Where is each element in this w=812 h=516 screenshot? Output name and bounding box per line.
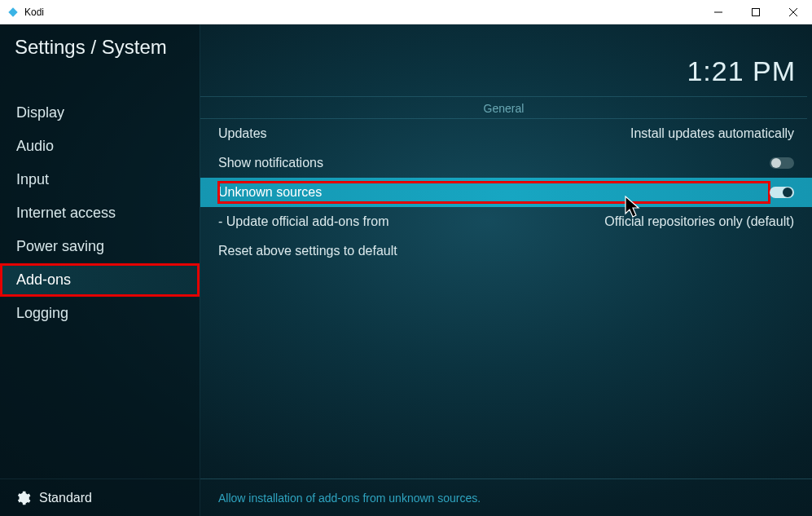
sidebar-item-internet-access[interactable]: Internet access [0, 196, 200, 230]
close-button[interactable] [775, 0, 812, 24]
breadcrumb: Settings / System [0, 24, 200, 70]
app-body: Settings / System DisplayAudioInputInter… [0, 24, 812, 516]
setting-row-updates[interactable]: UpdatesInstall updates automatically [200, 119, 812, 148]
sidebar-item-label: Internet access [16, 205, 116, 221]
setting-value: Install updates automatically [630, 126, 794, 141]
svg-rect-2 [753, 8, 760, 15]
setting-label: Unknown sources [218, 185, 322, 199]
setting-label: Updates [218, 126, 267, 140]
sidebar-item-input[interactable]: Input [0, 163, 200, 196]
sidebar-item-label: Power saving [16, 238, 104, 254]
settings-list: UpdatesInstall updates automaticallyShow… [200, 119, 812, 266]
sidebar-item-power-saving[interactable]: Power saving [0, 230, 200, 263]
setting-label: - Update official add-ons from [218, 214, 389, 228]
gear-icon [15, 490, 31, 506]
sidebar-list: DisplayAudioInputInternet accessPower sa… [0, 96, 200, 330]
kodi-icon [7, 6, 20, 19]
sidebar-item-add-ons[interactable]: Add-ons [0, 263, 200, 297]
setting-row-show-notifications[interactable]: Show notifications [200, 148, 812, 178]
sidebar-item-display[interactable]: Display [0, 96, 200, 130]
window-title: Kodi [24, 7, 700, 18]
maximize-button[interactable] [737, 0, 775, 24]
toggle-switch[interactable] [770, 157, 794, 169]
sidebar-item-label: Display [16, 104, 64, 121]
svg-rect-0 [8, 7, 17, 16]
window-controls [700, 0, 812, 24]
setting-row-unknown-sources[interactable]: Unknown sources [200, 178, 812, 207]
sidebar: Settings / System DisplayAudioInputInter… [0, 24, 200, 516]
setting-row-reset-above-settings-to-default[interactable]: Reset above settings to default [200, 236, 812, 266]
window-titlebar: Kodi [0, 0, 812, 24]
setting-label: Show notifications [218, 156, 323, 170]
sidebar-item-audio[interactable]: Audio [0, 130, 200, 163]
toggle-switch[interactable] [770, 187, 794, 198]
sidebar-item-label: Input [16, 171, 49, 187]
minimize-button[interactable] [700, 0, 737, 24]
sidebar-item-label: Add-ons [16, 271, 71, 288]
settings-level-label: Standard [39, 491, 92, 505]
content-pane: 1:21 PM General UpdatesInstall updates a… [200, 24, 812, 516]
help-hint: Allow installation of add-ons from unkno… [200, 479, 812, 516]
sidebar-item-label: Logging [16, 305, 68, 321]
settings-level-button[interactable]: Standard [0, 479, 200, 516]
setting-label: Reset above settings to default [218, 244, 397, 258]
sidebar-item-label: Audio [16, 138, 54, 154]
section-header: General [200, 96, 807, 119]
setting-row-update-official-add-ons-from[interactable]: - Update official add-ons fromOfficial r… [200, 207, 812, 236]
clock: 1:21 PM [687, 55, 796, 87]
setting-value: Official repositories only (default) [604, 214, 794, 229]
sidebar-item-logging[interactable]: Logging [0, 297, 200, 330]
